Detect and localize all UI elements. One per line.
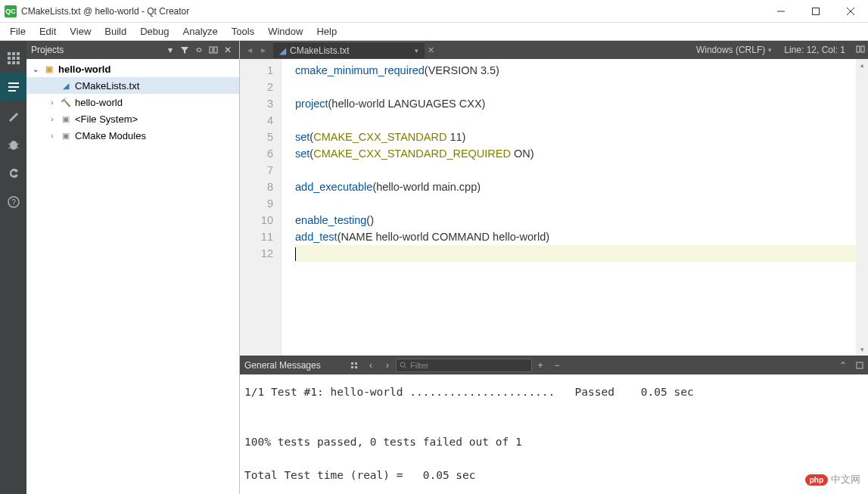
svg-rect-10 xyxy=(8,61,11,64)
split-icon[interactable] xyxy=(207,43,220,57)
output-panel: General Messages ‹ › Filter + − ⌃ 1/1 Te… xyxy=(240,356,868,494)
projects-mode-icon[interactable] xyxy=(0,159,26,188)
svg-rect-33 xyxy=(857,362,863,368)
output-text[interactable]: 1/1 Test #1: hello-world ...............… xyxy=(240,374,868,494)
title-bar: QC CMakeLists.txt @ hello-world - Qt Cre… xyxy=(0,0,868,23)
scroll-up-icon[interactable]: ▴ xyxy=(856,59,868,71)
collapse-icon[interactable]: ⌄ xyxy=(31,65,40,73)
dropdown-icon[interactable]: ▾ xyxy=(415,47,418,54)
dropdown-icon[interactable]: ▾ xyxy=(768,46,772,54)
tree-item-label: CMake Modules xyxy=(75,130,146,141)
menu-bar: File Edit View Build Debug Analyze Tools… xyxy=(0,23,868,41)
cursor-position[interactable]: Line: 12, Col: 1 xyxy=(784,45,845,55)
editor-scrollbar[interactable]: ▴ ▾ xyxy=(856,59,868,356)
svg-rect-4 xyxy=(8,52,11,55)
close-panel-icon[interactable]: ✕ xyxy=(221,43,235,57)
scroll-down-icon[interactable]: ▾ xyxy=(856,343,868,356)
menu-help[interactable]: Help xyxy=(310,24,344,39)
code-content[interactable]: cmake_minimum_required(VERSION 3.5) proj… xyxy=(282,59,868,356)
target-icon: 🔨 xyxy=(60,96,72,108)
svg-rect-12 xyxy=(17,61,20,64)
svg-rect-25 xyxy=(857,46,860,52)
split-editor-icon[interactable] xyxy=(853,45,868,56)
svg-rect-7 xyxy=(8,57,11,60)
filter-input[interactable]: Filter xyxy=(396,359,532,372)
tree-item-label: hello-world xyxy=(75,97,123,108)
close-panel-icon[interactable] xyxy=(851,358,868,373)
app-icon: QC xyxy=(5,5,17,17)
svg-point-16 xyxy=(10,141,17,150)
design-mode-icon[interactable] xyxy=(0,101,26,130)
watermark-badge: php xyxy=(805,474,828,486)
svg-rect-29 xyxy=(351,366,353,368)
tab-close-icon[interactable]: ✕ xyxy=(425,45,437,55)
minimize-button[interactable] xyxy=(764,0,798,23)
watermark: php 中文网 xyxy=(805,473,860,486)
svg-point-31 xyxy=(400,362,405,367)
tab-label: CMakeLists.txt xyxy=(290,45,350,56)
svg-rect-14 xyxy=(8,86,19,88)
expand-icon[interactable]: › xyxy=(48,132,57,140)
filter-icon[interactable] xyxy=(178,43,191,57)
mode-selector: ? xyxy=(0,41,26,494)
window-title: CMakeLists.txt @ hello-world - Qt Creato… xyxy=(21,6,764,17)
svg-line-20 xyxy=(17,148,19,148)
svg-line-19 xyxy=(8,148,11,148)
menu-build[interactable]: Build xyxy=(98,24,133,39)
editor-tab[interactable]: ◢ CMakeLists.txt ▾ xyxy=(273,42,425,58)
tab-forward-icon[interactable]: ▸ xyxy=(257,43,270,57)
editor-area: ◂ ▸ ◢ CMakeLists.txt ▾ ✕ Windows (CRLF) … xyxy=(240,41,868,494)
remove-icon[interactable]: − xyxy=(549,358,565,373)
prev-icon[interactable]: ‹ xyxy=(362,358,379,373)
next-icon[interactable]: › xyxy=(379,358,396,373)
projects-panel: Projects ▾ ✕ ⌄ ▣ hello-world ◢ CMakeList… xyxy=(26,41,240,494)
link-icon[interactable] xyxy=(192,43,206,57)
maximize-button[interactable] xyxy=(798,0,833,23)
cmake-file-icon: ◢ xyxy=(60,79,72,92)
svg-rect-13 xyxy=(8,82,19,84)
tree-item-target[interactable]: › 🔨 hello-world xyxy=(26,94,239,110)
menu-file[interactable]: File xyxy=(3,24,33,39)
svg-rect-28 xyxy=(355,362,357,365)
output-title[interactable]: General Messages xyxy=(240,360,346,371)
tree-item-cmakemodules[interactable]: › ▣ CMake Modules xyxy=(26,127,239,144)
menu-view[interactable]: View xyxy=(63,24,98,39)
svg-rect-30 xyxy=(355,366,357,368)
dropdown-icon[interactable]: ▾ xyxy=(163,43,177,57)
encoding-label[interactable]: Windows (CRLF) xyxy=(696,45,765,55)
expand-icon[interactable]: › xyxy=(48,115,57,123)
maximize-panel-icon[interactable]: ⌃ xyxy=(835,358,851,373)
menu-edit[interactable]: Edit xyxy=(33,24,63,39)
debug-mode-icon[interactable] xyxy=(0,130,26,159)
expand-icon[interactable]: › xyxy=(48,98,57,107)
menu-analyze[interactable]: Analyze xyxy=(176,24,225,39)
close-button[interactable] xyxy=(833,0,868,23)
tree-item-label: <File System> xyxy=(75,113,138,125)
tree-item-filesystem[interactable]: › ▣ <File System> xyxy=(26,110,239,127)
project-icon: ▣ xyxy=(43,63,55,75)
welcome-mode-icon[interactable] xyxy=(0,44,26,73)
tree-item-cmakelists[interactable]: ◢ CMakeLists.txt xyxy=(26,77,239,94)
edit-mode-icon[interactable] xyxy=(0,73,26,101)
svg-rect-5 xyxy=(12,52,15,55)
projects-header: Projects ▾ ✕ xyxy=(26,41,239,59)
svg-line-32 xyxy=(405,367,407,369)
code-editor[interactable]: 123456789101112 cmake_minimum_required(V… xyxy=(240,59,868,356)
menu-debug[interactable]: Debug xyxy=(133,24,176,39)
tree-root[interactable]: ⌄ ▣ hello-world xyxy=(26,61,239,77)
svg-rect-6 xyxy=(17,52,20,55)
svg-text:?: ? xyxy=(11,198,16,207)
svg-rect-26 xyxy=(861,46,864,52)
line-gutter: 123456789101112 xyxy=(240,59,282,356)
menu-tools[interactable]: Tools xyxy=(225,24,261,39)
folder-icon: ▣ xyxy=(60,129,72,141)
options-icon[interactable] xyxy=(346,358,362,373)
output-header: General Messages ‹ › Filter + − ⌃ xyxy=(240,356,868,374)
svg-rect-23 xyxy=(210,47,213,53)
menu-window[interactable]: Window xyxy=(261,24,310,39)
projects-title: Projects xyxy=(31,45,163,55)
tab-back-icon[interactable]: ◂ xyxy=(243,43,257,57)
add-icon[interactable]: + xyxy=(532,358,549,373)
help-mode-icon[interactable]: ? xyxy=(0,188,26,216)
search-icon xyxy=(400,362,407,369)
